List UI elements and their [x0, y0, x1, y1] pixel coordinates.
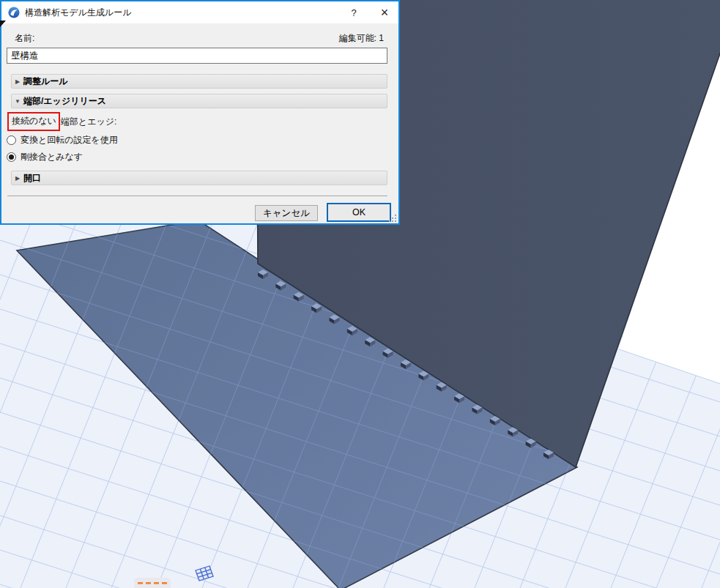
close-button[interactable]: ×: [372, 1, 397, 23]
section-edge-release-label: 端部/エッジリリース: [23, 95, 106, 108]
radio-icon[interactable]: [7, 152, 16, 162]
rule-name-input[interactable]: [7, 48, 387, 64]
chevron-right-icon: ▶: [12, 78, 23, 85]
archicad-logo-icon: [8, 7, 20, 18]
resize-grip[interactable]: [388, 214, 396, 222]
section-openings[interactable]: ▶ 開口: [11, 171, 387, 185]
divider: [7, 196, 387, 196]
editable-count-label: 編集可能: 1: [339, 32, 384, 45]
chevron-down-icon: ▼: [12, 98, 23, 105]
name-label: 名前:: [15, 32, 34, 45]
app-window: 構造解析モデル生成ルール ? × 名前: 編集可能: 1 ▶ 調整ルール ▼ 端…: [0, 0, 720, 588]
chevron-right-icon: ▶: [12, 175, 23, 182]
ok-button[interactable]: OK: [327, 203, 391, 222]
marquee-chip[interactable]: [134, 578, 171, 588]
section-adjustment-rules[interactable]: ▶ 調整ルール: [11, 74, 387, 89]
radio-option-rigid-connection[interactable]: 剛接合とみなす: [7, 151, 83, 163]
radio-icon[interactable]: [7, 135, 16, 145]
section-openings-label: 開口: [23, 172, 41, 185]
edge-marker-icon: [0, 21, 6, 27]
dialog-title: 構造解析モデル生成ルール: [25, 7, 131, 19]
dialog-titlebar[interactable]: 構造解析モデル生成ルール ? ×: [1, 1, 398, 23]
unconnected-edges-label: 接続のない 端部とエッジ:: [7, 112, 116, 131]
radio-label: 変換と回転の設定を使用: [21, 134, 118, 146]
help-button[interactable]: ?: [341, 1, 366, 23]
cancel-button[interactable]: キャンセル: [255, 205, 318, 221]
radio-label: 剛接合とみなす: [21, 151, 83, 163]
section-edge-release[interactable]: ▼ 端部/エッジリリース: [11, 94, 387, 108]
radio-option-translation-rotation[interactable]: 変換と回転の設定を使用: [7, 134, 118, 146]
structural-analysis-rules-dialog: 構造解析モデル生成ルール ? × 名前: 編集可能: 1 ▶ 調整ルール ▼ 端…: [0, 0, 400, 225]
section-adjustment-label: 調整ルール: [23, 75, 68, 88]
red-annotation-box: 接続のない: [7, 112, 60, 131]
